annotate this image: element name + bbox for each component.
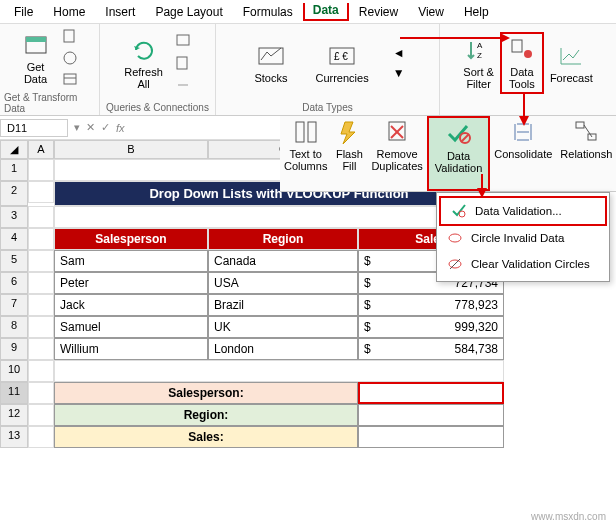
data-tools-ribbon: Text to Columns Flash Fill Remove Duplic… bbox=[280, 116, 616, 192]
menu-review[interactable]: Review bbox=[349, 3, 408, 21]
fx-icon[interactable]: fx bbox=[116, 122, 125, 134]
consolidate-icon bbox=[509, 118, 537, 146]
row-10[interactable]: 10 bbox=[0, 360, 28, 382]
get-data-button[interactable]: Get Data bbox=[18, 29, 54, 87]
lookup-region-value[interactable] bbox=[358, 404, 504, 426]
from-web-icon[interactable] bbox=[58, 48, 82, 68]
lookup-region-label[interactable]: Region: bbox=[54, 404, 358, 426]
row-2[interactable]: 2 bbox=[0, 181, 28, 206]
row-9[interactable]: 9 bbox=[0, 338, 28, 360]
edit-links-icon[interactable] bbox=[171, 75, 195, 95]
menu-page-layout[interactable]: Page Layout bbox=[145, 3, 232, 21]
svg-rect-16 bbox=[308, 122, 316, 142]
queries-small-buttons bbox=[171, 31, 195, 95]
lookup-sales-value[interactable] bbox=[358, 426, 504, 448]
relationships-button[interactable]: Relationsh bbox=[556, 116, 616, 191]
group-label-getdata: Get & Transform Data bbox=[4, 90, 95, 116]
menu-data[interactable]: Data bbox=[303, 3, 349, 21]
cell[interactable] bbox=[28, 159, 54, 181]
row-3[interactable]: 3 bbox=[0, 206, 28, 228]
text-to-columns-icon bbox=[292, 118, 320, 146]
cancel-icon[interactable]: ✕ bbox=[86, 121, 95, 134]
forecast-icon bbox=[557, 42, 585, 70]
svg-line-21 bbox=[461, 134, 469, 142]
currencies-icon: £ € bbox=[328, 42, 356, 70]
svg-point-3 bbox=[64, 52, 76, 64]
relationships-icon bbox=[572, 118, 600, 146]
flash-fill-icon bbox=[335, 118, 363, 146]
data-validation-icon bbox=[445, 120, 473, 148]
menu-home[interactable]: Home bbox=[43, 3, 95, 21]
row-7[interactable]: 7 bbox=[0, 294, 28, 316]
select-all-corner[interactable]: ◢ bbox=[0, 140, 28, 159]
row-4[interactable]: 4 bbox=[0, 228, 28, 250]
header-salesperson[interactable]: Salesperson bbox=[54, 228, 208, 250]
currencies-button[interactable]: £ € Currencies bbox=[311, 40, 372, 86]
remove-duplicates-button[interactable]: Remove Duplicates bbox=[367, 116, 426, 191]
svg-point-24 bbox=[459, 211, 465, 217]
data-validation-button[interactable]: Data Validation bbox=[427, 116, 491, 191]
col-a[interactable]: A bbox=[28, 140, 54, 159]
flash-fill-button[interactable]: Flash Fill bbox=[331, 116, 367, 191]
svg-point-14 bbox=[524, 50, 532, 58]
enter-icon[interactable]: ✓ bbox=[101, 121, 110, 134]
row-13[interactable]: 13 bbox=[0, 426, 28, 448]
dropdown-icon[interactable]: ▾ bbox=[74, 121, 80, 134]
menu-circle-invalid-data[interactable]: Circle Invalid Data bbox=[437, 225, 609, 251]
table-row[interactable]: Peter bbox=[54, 272, 208, 294]
watermark: www.msxdn.com bbox=[531, 511, 606, 522]
header-region[interactable]: Region bbox=[208, 228, 358, 250]
table-row[interactable]: Willium bbox=[54, 338, 208, 360]
menu-help[interactable]: Help bbox=[454, 3, 499, 21]
col-b[interactable]: B bbox=[54, 140, 208, 159]
svg-text:Z: Z bbox=[477, 51, 482, 60]
sort-icon: AZ bbox=[465, 36, 493, 64]
table-row[interactable]: Sam bbox=[54, 250, 208, 272]
refresh-all-button[interactable]: Refresh All bbox=[120, 34, 167, 92]
circle-invalid-icon bbox=[447, 230, 463, 246]
data-validation-menu-icon bbox=[451, 203, 467, 219]
row-8[interactable]: 8 bbox=[0, 316, 28, 338]
svg-rect-7 bbox=[177, 57, 187, 69]
get-data-small-buttons bbox=[58, 26, 82, 90]
properties-icon[interactable] bbox=[171, 53, 195, 73]
svg-rect-22 bbox=[576, 122, 584, 128]
data-tools-icon bbox=[508, 36, 536, 64]
svg-rect-13 bbox=[512, 40, 522, 52]
data-validation-dropdown: Data Validation... Circle Invalid Data C… bbox=[436, 192, 610, 282]
menu-view[interactable]: View bbox=[408, 3, 454, 21]
stocks-button[interactable]: Stocks bbox=[250, 40, 291, 86]
row-1[interactable]: 1 bbox=[0, 159, 28, 181]
row-5[interactable]: 5 bbox=[0, 250, 28, 272]
table-row[interactable]: Jack bbox=[54, 294, 208, 316]
lookup-salesperson-value[interactable] bbox=[358, 382, 504, 404]
chevron-left-icon[interactable]: ◄ bbox=[393, 46, 405, 60]
row-11[interactable]: 11 bbox=[0, 382, 28, 404]
menu-formulas[interactable]: Formulas bbox=[233, 3, 303, 21]
menu-file[interactable]: File bbox=[4, 3, 43, 21]
forecast-button[interactable]: Forecast bbox=[546, 40, 597, 86]
table-row[interactable]: Samuel bbox=[54, 316, 208, 338]
sort-filter-button[interactable]: AZ Sort & Filter bbox=[459, 34, 498, 92]
menu-data-validation[interactable]: Data Validation... bbox=[439, 196, 607, 226]
svg-rect-2 bbox=[64, 30, 74, 42]
menu-insert[interactable]: Insert bbox=[95, 3, 145, 21]
lookup-sales-label[interactable]: Sales: bbox=[54, 426, 358, 448]
svg-rect-1 bbox=[26, 37, 46, 42]
svg-point-25 bbox=[449, 234, 461, 242]
row-12[interactable]: 12 bbox=[0, 404, 28, 426]
menu-clear-validation-circles[interactable]: Clear Validation Circles bbox=[437, 251, 609, 277]
name-box[interactable] bbox=[0, 119, 68, 137]
lookup-salesperson-label[interactable]: Salesperson: bbox=[54, 382, 358, 404]
text-to-columns-button[interactable]: Text to Columns bbox=[280, 116, 331, 191]
queries-icon[interactable] bbox=[171, 31, 195, 51]
chevron-right-icon[interactable]: ▼ bbox=[393, 66, 405, 80]
remove-duplicates-icon bbox=[383, 118, 411, 146]
data-tools-button[interactable]: Data Tools bbox=[500, 32, 544, 94]
from-text-icon[interactable] bbox=[58, 26, 82, 46]
from-table-icon[interactable] bbox=[58, 70, 82, 90]
stocks-icon bbox=[257, 42, 285, 70]
consolidate-button[interactable]: Consolidate bbox=[490, 116, 556, 191]
refresh-icon bbox=[130, 36, 158, 64]
row-6[interactable]: 6 bbox=[0, 272, 28, 294]
